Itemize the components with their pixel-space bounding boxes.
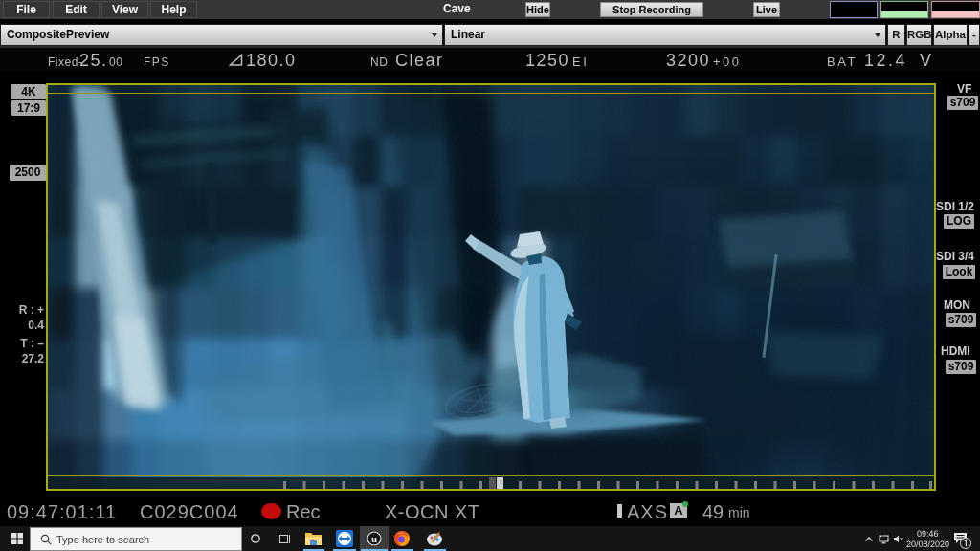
svg-text:u: u xyxy=(371,533,377,544)
